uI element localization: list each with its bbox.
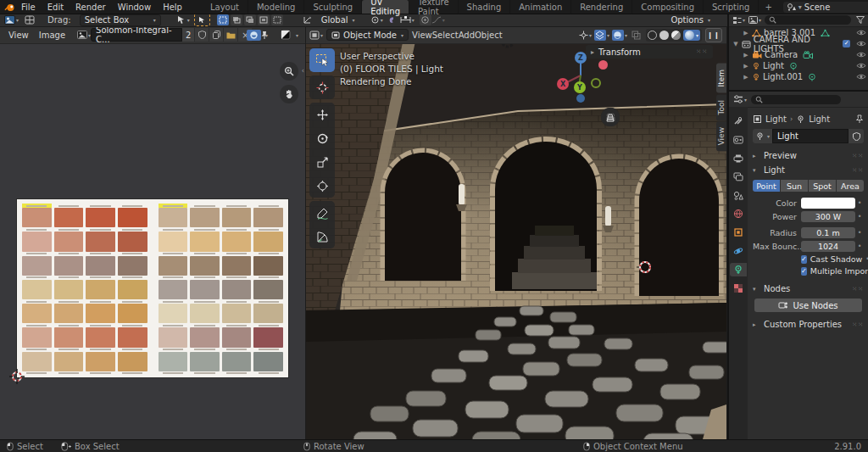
workspace-tab-scripting[interactable]: Scripting (704, 0, 759, 14)
properties-tab-view-layer[interactable] (730, 170, 747, 183)
light-type-sun[interactable]: Sun (781, 180, 808, 192)
workspace-tab-modeling[interactable]: Modeling (248, 0, 305, 14)
xray-toggle-icon[interactable] (631, 30, 643, 41)
light-name-field[interactable]: Light (772, 129, 849, 143)
topbar-menu-render[interactable]: Render (70, 3, 112, 12)
properties-tab-physics[interactable] (730, 244, 747, 258)
gizmo-axis-z[interactable]: Z (575, 52, 587, 64)
orientation-dropdown[interactable]: Global▾ (316, 14, 370, 26)
use-nodes-button[interactable]: Use Nodes (754, 299, 862, 312)
scale-tool[interactable] (309, 150, 335, 174)
uv-menu-view[interactable]: View (3, 31, 34, 40)
panel-light[interactable]: ▾Light⁙⁙ (753, 163, 864, 177)
workspace-tab-uv-editing[interactable]: UV Editing (362, 0, 409, 14)
value-slider-field[interactable]: 300 W (801, 211, 855, 222)
properties-search-input[interactable] (751, 95, 841, 104)
viewport-menu-select[interactable]: Select (432, 31, 459, 40)
value-slider-field[interactable]: 1024 (801, 241, 855, 252)
annotate-tool[interactable] (309, 201, 335, 225)
workspace-tab-animation[interactable]: Animation (510, 0, 571, 14)
panel-preview[interactable]: ▸Preview⁙⁙ (753, 148, 864, 163)
properties-tab-output[interactable] (730, 151, 747, 165)
panel-grip[interactable]: ⁙⁙ (852, 286, 864, 293)
animate-dot[interactable]: • (855, 243, 864, 250)
pause-render-button[interactable]: ❙❙ (705, 28, 722, 42)
transform-orientation-icon[interactable] (302, 14, 314, 25)
properties-tab-tool[interactable] (730, 114, 747, 127)
outliner-display-mode-icon[interactable]: ▾ (732, 14, 745, 25)
properties-tab-render[interactable] (730, 132, 747, 146)
topbar-menu-edit[interactable]: Edit (42, 3, 70, 12)
properties-tab-texture[interactable] (730, 282, 747, 295)
select-mode-dropdown[interactable]: Select Box ▾ (80, 14, 161, 26)
outliner-filter-image-icon[interactable]: ▾ (748, 14, 761, 25)
shading-rendered-button[interactable] (685, 31, 694, 40)
active-tool-icon[interactable]: ▾ (176, 14, 190, 25)
light-type-area[interactable]: Area (837, 180, 864, 192)
show-overlays-icon[interactable] (594, 30, 606, 41)
topbar-menu-window[interactable]: Window (112, 3, 157, 12)
uv-zoom-icon[interactable] (280, 62, 298, 81)
animate-dot[interactable]: • (855, 213, 864, 220)
breadcrumb-object[interactable]: Light (765, 114, 787, 124)
fake-user-shield-icon[interactable] (849, 129, 864, 143)
expand-arrow-icon[interactable]: ▶ (743, 30, 749, 36)
fake-user-shield-icon[interactable] (194, 28, 209, 42)
outliner-row[interactable]: ▶Light.001 (729, 71, 868, 82)
gizmo-axis-x-neg[interactable] (598, 60, 608, 70)
transform-tool[interactable] (309, 174, 335, 198)
expand-arrow-icon[interactable]: ▶ (743, 52, 749, 59)
properties-editor-type-icon[interactable]: ▾ (733, 94, 747, 105)
new-image-icon[interactable] (209, 28, 223, 42)
uv-pan-hand-icon[interactable] (280, 85, 298, 103)
select-subtract-button[interactable] (244, 14, 256, 25)
gizmo-axis-y-neg[interactable] (591, 78, 601, 88)
panel-nodes[interactable]: ▾Nodes⁙⁙ (753, 282, 864, 296)
panel-grip[interactable]: ⁙⁙ (852, 153, 864, 159)
eye-icon[interactable] (856, 29, 866, 36)
light-type-point[interactable]: Point (753, 180, 780, 192)
swap-areas-icon[interactable] (24, 14, 36, 25)
editor-type-uv-icon[interactable]: ▾ (4, 14, 19, 25)
outliner-row[interactable]: ▶Light (729, 60, 868, 71)
eye-icon[interactable] (856, 51, 866, 59)
properties-tab-object[interactable] (730, 226, 747, 239)
shading-material-button[interactable] (671, 31, 681, 40)
color-swatch-field[interactable] (801, 198, 855, 209)
animate-dot[interactable]: • (855, 199, 864, 207)
properties-tab-scene[interactable] (730, 188, 747, 202)
uv-canvas[interactable]: ‹ (0, 43, 305, 439)
light-type-spot[interactable]: Spot (809, 180, 836, 192)
snap-target-icon[interactable]: ▾ (400, 14, 415, 25)
panel-custom-properties[interactable]: ▸Custom Properties⁙⁙ (753, 317, 864, 332)
workspace-tab-compositing[interactable]: Compositing (632, 0, 704, 14)
properties-tab-world[interactable] (730, 207, 747, 220)
browse-light-icon[interactable]: ▾ (753, 129, 772, 143)
sidebar-tab-tool[interactable]: Tool (716, 94, 726, 120)
image-name-field[interactable]: Solomon-Integral-C... (91, 28, 182, 42)
sidebar-tab-item[interactable]: Item (716, 64, 726, 93)
expand-arrow-icon[interactable]: ▼ (732, 41, 739, 47)
breadcrumb-data[interactable]: Light (809, 114, 830, 124)
mode-dropdown[interactable]: Object Mode ▾ (326, 29, 409, 41)
measure-tool[interactable] (309, 225, 335, 248)
expand-arrow-icon[interactable]: ▶ (743, 74, 749, 81)
outliner-row[interactable]: ▼CAMERA AND LIGHTS✓ (729, 38, 868, 49)
add-workspace-tab[interactable]: + (759, 3, 777, 12)
gizmo-axis-z-neg[interactable] (576, 94, 585, 103)
sidebar-tab-view[interactable]: View (716, 121, 726, 151)
checkbox[interactable]: ✓ (801, 255, 807, 264)
uv-display-caret[interactable]: ▾ (265, 32, 268, 38)
editor-type-3d-icon[interactable]: ▾ (309, 30, 323, 41)
panel-grip[interactable]: ⁙⁙ (696, 48, 708, 55)
select-invert-button[interactable] (258, 14, 270, 25)
eye-icon[interactable] (856, 40, 866, 47)
scene-selector[interactable]: ▾ Scene × (783, 2, 868, 13)
shading-wireframe-button[interactable] (648, 31, 657, 40)
texture-palette-image[interactable] (17, 199, 288, 377)
workspace-tab-layout[interactable]: Layout (202, 0, 248, 14)
outliner-filter-funnel-icon[interactable] (854, 14, 866, 25)
gizmo-axis-y[interactable]: Y (574, 81, 586, 93)
collection-checkbox[interactable]: ✓ (843, 40, 850, 47)
cursor-tool[interactable] (309, 75, 335, 99)
